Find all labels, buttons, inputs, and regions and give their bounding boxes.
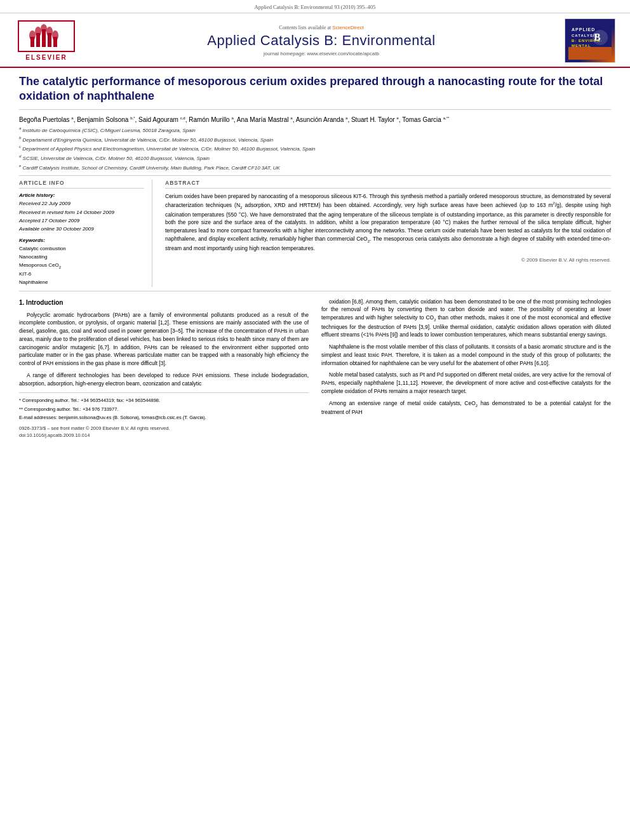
received-date: Received 22 July 2009 — [19, 200, 144, 207]
accepted-date: Accepted 17 October 2009 — [19, 217, 144, 224]
contents-label: Contents lists available at — [279, 25, 331, 30]
article-info-header: ARTICLE INFO — [19, 180, 144, 189]
body-col-left: 1. Introduction Polycyclic aromatic hydr… — [19, 298, 309, 439]
email-2: tomas@icb.csic.es (T. Garcia). — [142, 415, 206, 420]
body-section: 1. Introduction Polycyclic aromatic hydr… — [19, 298, 611, 439]
affiliation-b: b Departament d'Enginyeria Química, Univ… — [19, 135, 611, 144]
article-title: The catalytic performance of mesoporous … — [19, 74, 611, 110]
available-date: Available online 30 October 2009 — [19, 225, 144, 232]
sciencedirect-line: Contents lists available at ScienceDirec… — [81, 25, 561, 30]
catalysis-journal-cover: APPLIED CATALYSIS B: ENVIRON- MENTAL B — [568, 22, 612, 60]
intro-para-4: Naphthalene is the most volatile member … — [321, 343, 611, 367]
intro-para-3: oxidation [6,8]. Among them, catalytic o… — [321, 298, 611, 340]
keywords-section: Keywords: Catalytic combustion Nanocasti… — [19, 237, 144, 286]
abstract-header: ABSTRACT — [165, 180, 611, 189]
abstract-column: ABSTRACT Cerium oxides have been prepare… — [165, 180, 611, 286]
elsevier-logo-area: ELSEVIER — [11, 20, 81, 61]
body-columns: 1. Introduction Polycyclic aromatic hydr… — [19, 298, 611, 439]
footnotes: * Corresponding author. Tel.: +34 963544… — [19, 392, 309, 439]
footnote-2: ** Corresponding author. Tel.: +34 976 7… — [19, 406, 309, 413]
affiliations: a Instituto de Carboquímica (CSIC), C/Mi… — [19, 126, 611, 171]
svg-point-7 — [35, 27, 41, 37]
svg-point-8 — [41, 24, 47, 33]
svg-point-9 — [46, 27, 53, 37]
intro-para-5: Noble metal based catalysts, such as Pt … — [321, 371, 611, 395]
elsevier-logo-box — [18, 20, 75, 52]
footnote-email: E-mail addresses: benjamin.solsona@uv.es… — [19, 414, 309, 421]
copyright-line: © 2009 Elsevier B.V. All rights reserved… — [165, 257, 611, 263]
affiliation-a: a Instituto de Carboquímica (CSIC), C/Mi… — [19, 126, 611, 135]
keyword-4: KIT-6 — [19, 270, 144, 279]
abstract-text: Cerium oxides have been prepared by nano… — [165, 192, 611, 252]
article-info-column: ARTICLE INFO Article history: Received 2… — [19, 180, 152, 286]
elsevier-tree-icon — [27, 24, 65, 48]
svg-point-10 — [52, 30, 58, 41]
svg-point-6 — [29, 30, 36, 41]
doi-text: doi:10.1016/j.apcatb.2009.10.014 — [19, 432, 309, 439]
article-content: The catalytic performance of mesoporous … — [0, 68, 630, 446]
footnote-1: * Corresponding author. Tel.: +34 963544… — [19, 397, 309, 404]
keyword-1: Catalytic combustion — [19, 245, 144, 253]
keyword-5: Naphthalene — [19, 279, 144, 287]
body-col-right: oxidation [6,8]. Among them, catalytic o… — [321, 298, 611, 439]
page: Applied Catalysis B: Environmental 93 (2… — [0, 0, 630, 840]
history-title: Article history: — [19, 192, 144, 198]
author-list: Begoña Puertolas a, Benjamín Solsona b,*… — [19, 116, 449, 123]
catalysis-logo: APPLIED CATALYSIS B: ENVIRON- MENTAL B — [565, 18, 615, 63]
catalysis-logo-area: APPLIED CATALYSIS B: ENVIRON- MENTAL B — [561, 18, 619, 63]
affiliation-e: e Cardiff Catalysis Institute, School of… — [19, 163, 611, 172]
divider-1 — [19, 175, 611, 176]
journal-header: ELSEVIER Contents lists available at Sci… — [0, 13, 630, 68]
citation-text: Applied Catalysis B: Environmental 93 (2… — [255, 4, 376, 10]
article-history: Article history: Received 22 July 2009 R… — [19, 192, 144, 232]
article-columns: ARTICLE INFO Article history: Received 2… — [19, 180, 611, 286]
intro-para-6: Among an extensive range of metal oxide … — [321, 399, 611, 417]
svg-rect-12 — [568, 47, 612, 60]
issn-line: 0926-3373/$ – see front matter © 2009 El… — [19, 425, 309, 439]
elsevier-logo: ELSEVIER — [11, 20, 81, 61]
sciencedirect-link: ScienceDirect — [332, 25, 363, 30]
received-revised-date: Received in revised form 14 October 2009 — [19, 209, 144, 216]
journal-citation: Applied Catalysis B: Environmental 93 (2… — [0, 0, 630, 13]
intro-para-1: Polycyclic aromatic hydrocarbons (PAHs) … — [19, 311, 309, 368]
journal-title: Applied Catalysis B: Environmental — [81, 32, 561, 49]
svg-text:MENTAL: MENTAL — [572, 44, 591, 48]
affiliation-c: c Department of Applied Physics and Elec… — [19, 144, 611, 153]
email-1: benjamin.solsona@uv.es (B. Solsona), — [58, 415, 142, 420]
keyword-3: Mesoporous CeO2 — [19, 262, 144, 270]
svg-text:B: B — [594, 32, 601, 43]
elsevier-wordmark: ELSEVIER — [25, 54, 67, 61]
section-1-heading: 1. Introduction — [19, 298, 309, 307]
issn-text: 0926-3373/$ – see front matter © 2009 El… — [19, 425, 309, 432]
keyword-2: Nanocasting — [19, 253, 144, 262]
journal-homepage: journal homepage: www.elsevier.com/locat… — [81, 51, 561, 57]
svg-text:APPLIED: APPLIED — [572, 27, 595, 32]
divider-2 — [19, 291, 611, 291]
authors: Begoña Puertolas a, Benjamín Solsona b,*… — [19, 116, 611, 123]
keywords-title: Keywords: — [19, 237, 144, 243]
intro-para-2: A range of different technologies has be… — [19, 371, 309, 388]
email-label: E-mail addresses: — [19, 415, 57, 420]
journal-title-area: Contents lists available at ScienceDirec… — [81, 25, 561, 57]
affiliation-d: d SCSIE, Universitat de València, C/Dr. … — [19, 154, 611, 163]
